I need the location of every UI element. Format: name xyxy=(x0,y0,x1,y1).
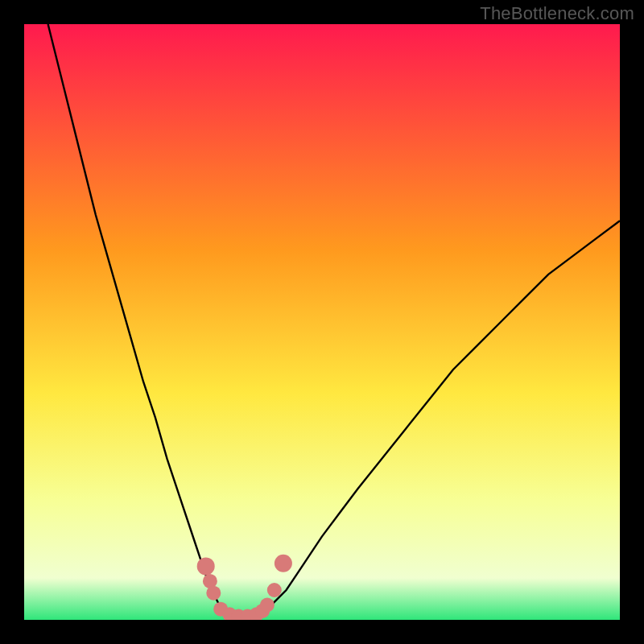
marker-dot xyxy=(197,557,215,575)
marker-dot xyxy=(275,555,292,572)
marker-dot xyxy=(206,586,221,601)
plot-area xyxy=(24,24,620,620)
marker-dot xyxy=(267,583,282,597)
chart-svg xyxy=(24,24,620,620)
marker-dot xyxy=(260,598,275,613)
chart-frame: TheBottleneck.com xyxy=(0,0,644,644)
watermark-text: TheBottleneck.com xyxy=(480,3,634,24)
gradient-background xyxy=(24,24,620,620)
